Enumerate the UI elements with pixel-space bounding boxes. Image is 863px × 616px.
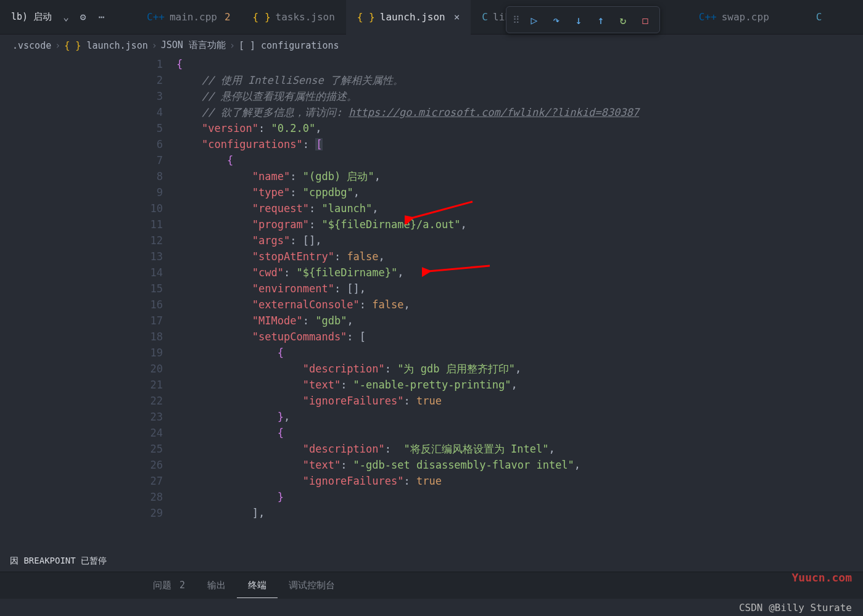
line-number: 20 [136,361,163,377]
breadcrumb-item[interactable]: { } launch.json [64,40,147,51]
code-line[interactable]: "args": [], [176,232,863,248]
code-line[interactable]: "externalConsole": false, [176,297,863,313]
continue-icon[interactable]: ▷ [524,9,545,30]
code-line[interactable]: "ignoreFailures": true [176,473,863,489]
tab-launch.json[interactable]: { }launch.json× [346,0,471,35]
brackets-icon: [ ] [239,40,261,51]
code-line[interactable]: { [176,345,863,361]
debug-label: lb) 启动 [5,9,58,25]
code-line[interactable]: "configurations": [ [176,136,863,152]
breadcrumb-item[interactable]: JSON 语言功能 [161,39,226,51]
more-icon[interactable]: ⋯ [92,11,110,23]
code-line[interactable]: "text": "-gdb-set disassembly-flavor int… [176,457,863,473]
tab-dirty-count: 2 [225,11,231,23]
line-number: 16 [136,297,163,313]
restart-icon[interactable]: ↻ [613,9,634,30]
line-number: 4 [136,104,163,120]
breadcrumb-separator: › [152,40,157,51]
code-line[interactable]: { [176,152,863,168]
cpp-file-icon: C++ [147,11,165,23]
code-line[interactable]: "description": "为 gdb 启用整齐打印", [176,361,863,377]
line-number: 27 [136,473,163,489]
step-into-icon[interactable]: ↓ [568,9,589,30]
code-line[interactable]: // 使用 IntelliSense 了解相关属性。 [176,72,863,88]
line-number: 18 [136,329,163,345]
line-gutter: 1234567891011121314151617181920212223242… [136,56,176,531]
code-line[interactable]: "MIMode": "gdb", [176,313,863,329]
breadcrumb-separator: › [229,40,235,51]
tab-tasks.json[interactable]: { }tasks.json [242,0,346,35]
line-number: 13 [136,248,163,265]
code-line[interactable]: }, [176,409,863,425]
line-number: 22 [136,393,163,409]
step-out-icon[interactable]: ↑ [590,9,611,30]
debug-config-selector[interactable]: lb) 启动 ⌄ ⚙ ⋯ [0,9,136,25]
json-file-icon: { } [253,11,271,23]
line-number: 1 [136,56,163,72]
tab-label: main.cpp [170,11,217,23]
code-line[interactable]: "type": "cppdbg", [176,184,863,200]
panel-tab-终端[interactable]: 终端 [237,573,278,598]
stop-icon[interactable]: ◻ [635,9,656,30]
gear-icon[interactable]: ⚙ [74,11,93,23]
code-line[interactable]: "stopAtEntry": false, [176,248,863,265]
close-icon[interactable]: × [454,11,460,23]
panel-tab-问题[interactable]: 问题 2 [142,573,196,598]
line-number: 8 [136,168,163,184]
line-number: 7 [136,152,163,168]
watermark: CSDN @Billy Sturate [739,602,852,614]
tab-swap.cpp[interactable]: C++swap.cpp [688,0,780,35]
breadcrumb[interactable]: .vscode › { } launch.json › JSON 语言功能 › … [0,35,863,56]
tab-label: tasks.json [276,11,335,23]
breadcrumb-separator: › [55,40,60,51]
line-number: 11 [136,216,163,232]
tab-main.cpp[interactable]: C++main.cpp2 [136,0,242,35]
c-file-icon: C [482,11,488,23]
c-file-icon: C [816,11,822,23]
watermark-site: Yuucn.com [791,571,852,584]
line-number: 5 [136,120,163,136]
step-over-icon[interactable]: ↷ [546,9,567,30]
code-line[interactable]: { [176,425,863,441]
breadcrumb-item[interactable]: .vscode [12,40,51,51]
debug-toolbar[interactable]: ⠿ ▷ ↷ ↓ ↑ ↻ ◻ [506,6,660,33]
panel-tab-调试控制台[interactable]: 调试控制台 [278,573,346,598]
line-number: 3 [136,88,163,104]
line-number: 29 [136,505,163,521]
line-number: 9 [136,184,163,200]
code-line[interactable]: "program": "${fileDirname}/a.out", [176,216,863,232]
tab-label: launch.json [380,11,445,23]
chevron-down-icon[interactable]: ⌄ [58,11,74,23]
code-line[interactable]: "request": "launch", [176,200,863,216]
line-number: 17 [136,313,163,329]
code-line[interactable]: // 悬停以查看现有属性的描述。 [176,88,863,104]
code-line[interactable]: "description": "将反汇编风格设置为 Intel", [176,441,863,457]
tab-edge[interactable]: C [805,0,838,35]
panel-tab-输出[interactable]: 输出 [196,573,237,598]
breadcrumb-item[interactable]: [ ] configurations [239,40,339,51]
code-line[interactable]: { [176,56,863,72]
code-line[interactable]: ], [176,505,863,521]
json-file-icon: { } [357,11,375,23]
debug-pause-status: 因 BREAKPOINT 已暂停 [10,556,107,567]
line-number: 24 [136,425,163,441]
code-content[interactable]: { // 使用 IntelliSense 了解相关属性。 // 悬停以查看现有属… [176,56,863,531]
line-number: 21 [136,377,163,393]
code-line[interactable]: "ignoreFailures": true [176,393,863,409]
code-line[interactable]: "setupCommands": [ [176,329,863,345]
drag-handle-icon[interactable]: ⠿ [510,14,522,26]
editor[interactable]: 1234567891011121314151617181920212223242… [136,56,863,531]
code-line[interactable]: "version": "0.2.0", [176,120,863,136]
code-line[interactable]: "environment": [], [176,281,863,297]
code-line[interactable]: // 欲了解更多信息，请访问: https://go.microsoft.com… [176,104,863,120]
code-line[interactable]: } [176,489,863,505]
line-number: 26 [136,457,163,473]
tab-bar: C++main.cpp2{ }tasks.json{ }launch.json×… [136,0,863,35]
cpp-file-icon: C++ [699,11,717,23]
line-number: 15 [136,281,163,297]
line-number: 19 [136,345,163,361]
panel-tabs: 问题 2输出终端调试控制台 [0,572,863,599]
code-line[interactable]: "cwd": "${fileDirname}", [176,265,863,281]
code-line[interactable]: "text": "-enable-pretty-printing", [176,377,863,393]
code-line[interactable]: "name": "(gdb) 启动", [176,168,863,184]
